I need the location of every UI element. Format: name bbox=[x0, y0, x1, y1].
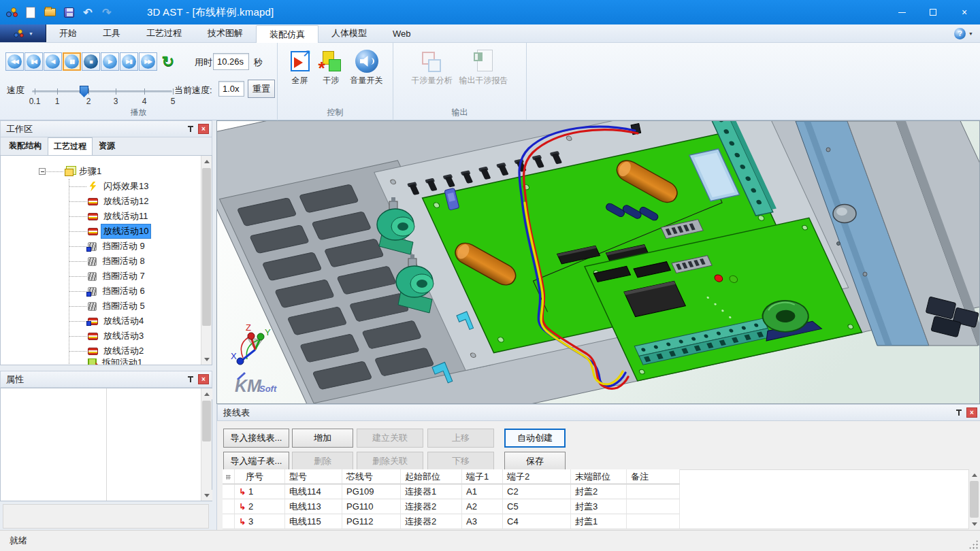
wiring-table-scrollbar[interactable] bbox=[968, 469, 979, 529]
ribbon-tab[interactable]: 装配仿真 bbox=[256, 25, 318, 43]
scroll-up-icon[interactable] bbox=[201, 388, 212, 399]
column-header[interactable]: 备注 bbox=[627, 469, 680, 484]
row-handle-cell[interactable] bbox=[223, 484, 235, 499]
table-corner-cell[interactable] bbox=[223, 469, 235, 484]
resize-grip[interactable] bbox=[968, 539, 978, 549]
speed-slider[interactable] bbox=[32, 90, 172, 93]
table-cell[interactable] bbox=[627, 499, 680, 514]
wiring-button[interactable]: 自动创建 bbox=[504, 429, 566, 448]
pin-icon[interactable] bbox=[186, 375, 195, 384]
tree-item[interactable]: 挡圈活动 8 bbox=[1, 254, 212, 269]
table-cell[interactable] bbox=[627, 514, 680, 529]
play-button[interactable]: ▶ bbox=[101, 52, 119, 71]
ribbon-tab[interactable]: Web bbox=[380, 24, 424, 42]
table-row[interactable]: ↳2电线113PG110连接器2A2C5封盖3 bbox=[223, 499, 680, 514]
table-cell[interactable]: 连接器2 bbox=[401, 514, 462, 529]
tree-item[interactable]: 放线活动2 bbox=[1, 344, 212, 358]
viewport-scene[interactable]: X Y Z KM Soft bbox=[217, 121, 980, 404]
properties-column-divider[interactable] bbox=[106, 388, 107, 501]
table-cell[interactable]: C5 bbox=[503, 499, 571, 514]
ribbon-tab[interactable]: 工艺过程 bbox=[133, 24, 195, 42]
table-cell[interactable]: 电线114 bbox=[285, 484, 342, 499]
ribbon-tab[interactable]: 开始 bbox=[46, 24, 90, 42]
redo-button[interactable]: ↷ bbox=[99, 5, 114, 20]
properties-scrollbar[interactable] bbox=[201, 388, 212, 501]
pin-icon[interactable] bbox=[955, 408, 963, 418]
tree-item[interactable]: 放线活动10 bbox=[1, 224, 212, 239]
pin-icon[interactable] bbox=[186, 124, 195, 134]
tree-item[interactable]: 放线活动12 bbox=[1, 194, 212, 209]
help-button[interactable]: ? ▼ bbox=[954, 24, 980, 42]
table-cell[interactable]: 封盖3 bbox=[571, 499, 627, 514]
tree-item[interactable]: 放线活动11 bbox=[1, 209, 212, 224]
pause-button[interactable]: ▮▮ bbox=[63, 52, 81, 71]
ribbon-tab[interactable]: 人体模型 bbox=[318, 24, 380, 42]
tree-item[interactable]: 放线活动3 bbox=[1, 329, 212, 344]
tree-item[interactable]: 闪烁效果13 bbox=[1, 179, 212, 194]
table-cell[interactable]: 电线113 bbox=[285, 499, 342, 514]
wiring-button[interactable]: 导入端子表... bbox=[223, 452, 289, 471]
row-handle-cell[interactable] bbox=[223, 499, 235, 514]
table-cell[interactable]: 封盖2 bbox=[571, 484, 627, 499]
workspace-tab[interactable]: 工艺过程 bbox=[48, 137, 93, 156]
wiring-button[interactable]: 保存 bbox=[504, 452, 566, 471]
table-cell[interactable]: ↳3 bbox=[235, 514, 285, 529]
row-handle-cell[interactable] bbox=[223, 514, 235, 529]
wiring-button[interactable]: 增加 bbox=[292, 429, 353, 448]
table-cell[interactable]: 连接器1 bbox=[401, 484, 462, 499]
tree-item[interactable]: 挡圈活动 6 bbox=[1, 284, 212, 299]
viewport-3d[interactable]: X Y Z KM Soft bbox=[216, 120, 980, 404]
volume-button[interactable]: 音量开关 bbox=[348, 48, 385, 88]
scroll-down-icon[interactable] bbox=[969, 518, 980, 529]
tree-item[interactable]: 放线活动4 bbox=[1, 314, 212, 329]
table-cell[interactable] bbox=[627, 484, 680, 499]
table-cell[interactable]: ↳2 bbox=[235, 499, 285, 514]
column-header[interactable]: 型号 bbox=[285, 469, 342, 484]
interference-button[interactable]: *干涉 bbox=[317, 48, 346, 88]
tree-root-item[interactable]: 步骤1 bbox=[1, 164, 212, 179]
column-header[interactable]: 序号 bbox=[235, 469, 285, 484]
ribbon-tab[interactable]: 技术图解 bbox=[195, 24, 256, 42]
replay-button[interactable]: ↻ bbox=[158, 52, 178, 71]
table-cell[interactable]: A2 bbox=[462, 499, 503, 514]
table-cell[interactable]: PG110 bbox=[342, 499, 401, 514]
column-header[interactable]: 末端部位 bbox=[571, 469, 627, 484]
stop-button[interactable]: ■ bbox=[82, 52, 100, 71]
table-cell[interactable]: C4 bbox=[503, 514, 571, 529]
column-header[interactable]: 芯线号 bbox=[342, 469, 401, 484]
table-cell[interactable]: A3 bbox=[462, 514, 503, 529]
workspace-tab[interactable]: 资源 bbox=[93, 137, 121, 155]
seek-end-button[interactable]: ▶▶ bbox=[139, 52, 157, 71]
tree-item[interactable]: 挡圈活动 7 bbox=[1, 269, 212, 284]
table-cell[interactable]: A1 bbox=[462, 484, 503, 499]
save-button[interactable] bbox=[61, 5, 76, 20]
maximize-button[interactable] bbox=[917, 0, 949, 24]
fullscreen-button[interactable]: ↗全屏 bbox=[286, 48, 314, 88]
table-cell[interactable]: ↳1 bbox=[235, 484, 285, 499]
scroll-up-icon[interactable] bbox=[969, 469, 980, 480]
column-header[interactable]: 起始部位 bbox=[401, 469, 462, 484]
step-back-button[interactable]: ◀ bbox=[44, 52, 62, 71]
tree-item[interactable]: 挡圈活动 9 bbox=[1, 239, 212, 254]
expander-minus-icon[interactable] bbox=[39, 168, 46, 175]
scrollbar-thumb[interactable] bbox=[970, 481, 979, 518]
prev-step-button[interactable]: ▮◀ bbox=[24, 52, 43, 71]
properties-close-button[interactable]: × bbox=[198, 374, 209, 384]
table-cell[interactable]: 连接器2 bbox=[401, 499, 462, 514]
tree-item[interactable]: 挡圈活动 5 bbox=[1, 299, 212, 314]
column-header[interactable]: 端子1 bbox=[462, 469, 503, 484]
seek-start-button[interactable]: ◀◀ bbox=[5, 52, 24, 71]
scroll-down-icon[interactable] bbox=[201, 490, 212, 501]
next-step-button[interactable]: ▶▮ bbox=[120, 52, 138, 71]
minimize-button[interactable] bbox=[886, 0, 917, 24]
workspace-tab[interactable]: 装配结构 bbox=[3, 137, 48, 155]
wiring-close-button[interactable]: × bbox=[966, 407, 977, 418]
new-document-button[interactable] bbox=[23, 5, 38, 20]
table-row[interactable]: ↳1电线114PG109连接器1A1C2封盖2 bbox=[223, 484, 680, 499]
open-file-button[interactable] bbox=[42, 5, 57, 20]
table-cell[interactable]: 电线115 bbox=[285, 514, 342, 529]
scrollbar-thumb[interactable] bbox=[202, 401, 211, 441]
table-cell[interactable]: C2 bbox=[503, 484, 571, 499]
column-header[interactable]: 端子2 bbox=[503, 469, 571, 484]
wiring-button[interactable]: 导入接线表... bbox=[223, 429, 289, 448]
